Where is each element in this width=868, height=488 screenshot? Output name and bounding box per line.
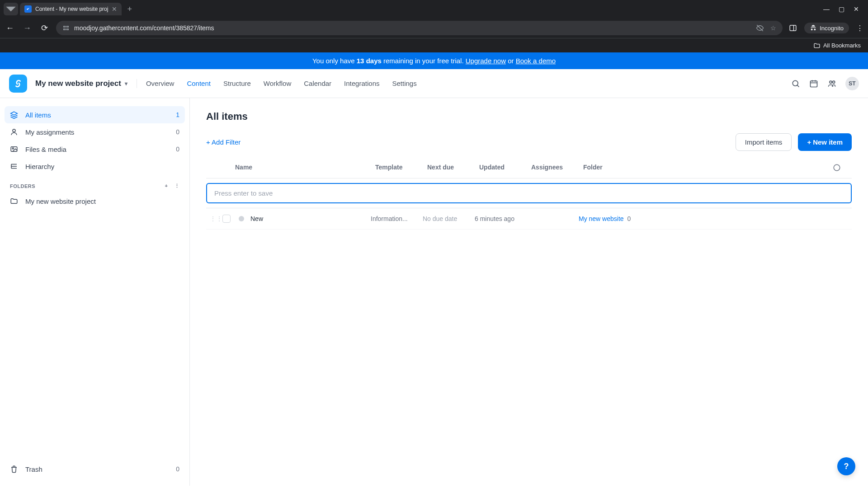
new-item-button[interactable]: + New item [798, 133, 852, 151]
col-next-due[interactable]: Next due [427, 164, 479, 172]
app-body: All items 1 My assignments 0 Files & med… [0, 98, 868, 486]
header-actions: ST [791, 77, 859, 90]
close-tab-icon[interactable]: ✕ [112, 5, 117, 13]
url-bar[interactable]: moodjoy.gathercontent.com/content/385827… [56, 21, 783, 35]
svg-rect-9 [811, 81, 817, 87]
banner-prefix: You only have [312, 57, 357, 65]
col-updated[interactable]: Updated [479, 164, 531, 172]
people-icon[interactable] [827, 79, 836, 88]
nav-calendar[interactable]: Calendar [304, 80, 331, 87]
sidebar-my-assignments[interactable]: My assignments 0 [5, 123, 185, 141]
all-bookmarks-label: All Bookmarks [823, 42, 861, 49]
sidebar-all-items[interactable]: All items 1 [5, 106, 185, 123]
add-filter-button[interactable]: + Add Filter [206, 138, 241, 146]
tab-bar: Content - My new website proj ✕ + — ▢ ✕ [0, 0, 868, 18]
user-avatar[interactable]: ST [845, 77, 859, 90]
sidebar-item-label: Hierarchy [25, 163, 54, 170]
sidebar-item-count: 0 [176, 128, 179, 136]
svg-point-14 [833, 81, 835, 83]
reload-button[interactable]: ⟳ [39, 23, 50, 33]
window-controls: — ▢ ✕ [823, 5, 864, 13]
incognito-badge[interactable]: Incognito [804, 23, 849, 33]
svg-rect-5 [790, 25, 796, 31]
image-icon [10, 145, 19, 153]
app-logo[interactable] [9, 75, 27, 93]
new-tab-button[interactable]: + [123, 3, 136, 16]
sidebar-trash[interactable]: Trash 0 [5, 460, 185, 478]
folders-header: FOLDERS + ⋮ [5, 175, 185, 192]
svg-point-17 [12, 148, 14, 149]
col-assignees[interactable]: Assignees [531, 164, 583, 172]
nav-integrations[interactable]: Integrations [344, 80, 379, 87]
folder-icon [10, 197, 19, 205]
app-header: My new website project ▾ Overview Conten… [0, 69, 868, 98]
row-checkbox[interactable] [222, 215, 231, 223]
nav-workflow[interactable]: Workflow [264, 80, 291, 87]
plus-icon: + [807, 138, 811, 146]
layers-icon [10, 111, 19, 119]
calendar-icon[interactable] [809, 79, 818, 88]
forward-button[interactable]: → [22, 23, 33, 33]
table-header: Name Template Next due Updated Assignees… [206, 164, 852, 178]
row-name[interactable]: New [250, 215, 371, 222]
drag-handle-icon[interactable]: ⋮⋮ [210, 215, 219, 222]
sidebar-item-count: 0 [176, 145, 179, 153]
sidebar-item-count: 1 [176, 111, 179, 118]
side-panel-icon[interactable] [789, 24, 797, 32]
row-folder-name: My new website [579, 215, 624, 222]
upgrade-link[interactable]: Upgrade now [466, 57, 506, 65]
browser-menu-icon[interactable]: ⋮ [856, 24, 863, 33]
col-name[interactable]: Name [235, 164, 375, 172]
folder-menu-button[interactable]: ⋮ [175, 183, 180, 189]
row-folder-count: 0 [627, 215, 631, 222]
project-selector[interactable]: My new website project ▾ [35, 79, 137, 88]
col-folder[interactable]: Folder [583, 164, 827, 172]
row-folder[interactable]: My new website 0 [579, 215, 841, 222]
svg-rect-3 [66, 29, 68, 30]
folders-heading: FOLDERS [10, 183, 35, 189]
site-info-icon[interactable] [62, 24, 70, 32]
all-bookmarks-button[interactable]: All Bookmarks [813, 42, 861, 49]
address-bar: ← → ⟳ moodjoy.gathercontent.com/content/… [0, 18, 868, 38]
new-item-name-input[interactable] [206, 183, 852, 203]
table-row[interactable]: ⋮⋮ New Information... No due date 6 minu… [206, 208, 852, 230]
sidebar-folder-item[interactable]: My new website project [5, 192, 185, 210]
close-window-button[interactable]: ✕ [854, 5, 859, 13]
eye-off-icon[interactable] [756, 24, 764, 32]
col-template[interactable]: Template [375, 164, 427, 172]
sidebar-item-label: My new website project [25, 197, 96, 205]
user-icon [10, 128, 19, 136]
nav-content[interactable]: Content [187, 80, 211, 87]
sidebar-item-count: 0 [176, 465, 179, 473]
sidebar-hierarchy[interactable]: Hierarchy [5, 158, 185, 175]
sidebar-files-media[interactable]: Files & media 0 [5, 141, 185, 158]
tab-favicon [24, 5, 32, 13]
book-demo-link[interactable]: Book a demo [516, 57, 556, 65]
trash-icon [10, 465, 19, 473]
bookmarks-bar: All Bookmarks [0, 38, 868, 52]
search-icon[interactable] [791, 79, 800, 88]
banner-mid: remaining in your free trial. [382, 57, 466, 65]
bookmark-star-icon[interactable]: ☆ [770, 24, 776, 32]
trial-banner: You only have 13 days remaining in your … [0, 52, 868, 69]
add-folder-button[interactable]: + [165, 183, 168, 189]
table-settings-icon[interactable] [827, 164, 841, 172]
minimize-button[interactable]: — [823, 5, 830, 13]
back-button[interactable]: ← [5, 23, 15, 33]
page-title: All items [206, 111, 852, 122]
maximize-button[interactable]: ▢ [839, 5, 844, 13]
browser-tab[interactable]: Content - My new website proj ✕ [20, 3, 122, 15]
sidebar: All items 1 My assignments 0 Files & med… [0, 98, 190, 486]
chevron-down-icon: ▾ [125, 80, 127, 87]
status-dot [239, 216, 244, 221]
nav-settings[interactable]: Settings [392, 80, 416, 87]
banner-or: or [506, 57, 516, 65]
sidebar-item-label: My assignments [25, 128, 74, 136]
nav-structure[interactable]: Structure [223, 80, 251, 87]
incognito-label: Incognito [820, 25, 844, 32]
help-button[interactable]: ? [837, 457, 855, 475]
browser-chrome: Content - My new website proj ✕ + — ▢ ✕ … [0, 0, 868, 52]
nav-overview[interactable]: Overview [146, 80, 175, 87]
tab-search-dropdown[interactable] [4, 3, 18, 15]
import-items-button[interactable]: Import items [736, 133, 792, 151]
